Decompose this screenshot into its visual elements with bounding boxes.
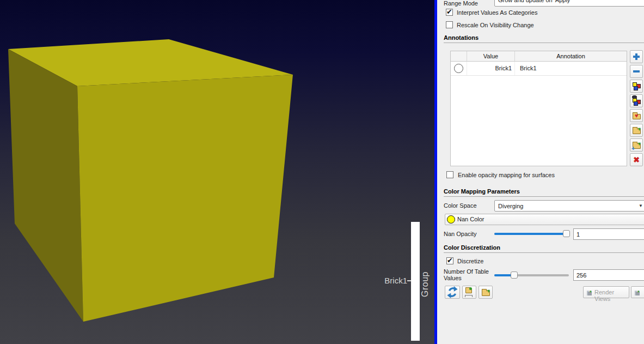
color-space-value: Diverging [498, 203, 523, 209]
annotation-value-cell[interactable]: Brick1 [467, 62, 515, 75]
color-map-editor-panel: Range Mode Grow and update on 'Apply' In… [437, 0, 644, 344]
annotation-text-cell[interactable]: Brick1 [515, 62, 627, 75]
nan-opacity-input[interactable] [573, 228, 644, 240]
range-mode-value: Grow and update on 'Apply' [498, 0, 571, 3]
save-as-default-button[interactable] [462, 286, 476, 299]
render-views-extra-button[interactable]: ▲ [631, 286, 644, 298]
add-active-values-button[interactable] [630, 80, 643, 93]
opacity-mapping-label: Enable opacity mapping for surfaces [458, 172, 555, 178]
rescale-visibility-label: Rescale On Visibility Change [457, 22, 534, 28]
color-space-combobox[interactable]: Diverging ▼ [494, 200, 644, 212]
nan-color-button[interactable]: Nan Color [445, 214, 644, 225]
annotation-color-swatch[interactable] [454, 64, 463, 73]
checkbox-checked-icon [446, 9, 453, 16]
delete-all-annotations-button[interactable]: ✖ [630, 153, 643, 166]
annotations-heading: Annotations [444, 34, 644, 43]
add-visible-values-button[interactable] [630, 94, 643, 107]
range-mode-label: Range Mode [444, 0, 478, 7]
slider-handle[interactable] [563, 230, 570, 237]
nan-color-label: Nan Color [457, 216, 484, 222]
scalar-bar-annotation-label: Brick1 [359, 276, 407, 285]
annotation-tick [407, 280, 411, 281]
restore-defaults-icon [445, 286, 459, 298]
annotation-favorites-button[interactable]: ♥ [630, 109, 643, 122]
render-viewport[interactable]: Group Brick1 [0, 0, 434, 344]
table-values-input[interactable] [573, 269, 644, 281]
color-column-header [451, 51, 467, 61]
table-row[interactable]: Brick1 Brick1 [451, 62, 627, 76]
render-views-button[interactable]: ▲ Render Views [583, 286, 629, 298]
cube-left-face [8, 49, 83, 322]
save-annotations-button[interactable]: ▼ + [630, 138, 643, 152]
checkbox-unchecked-icon [446, 21, 453, 28]
nan-color-swatch-icon [447, 215, 455, 224]
cube-front-face [77, 75, 293, 322]
scalar-bar-title: Group [420, 267, 431, 297]
remove-annotation-button[interactable] [630, 65, 643, 78]
load-preset-button[interactable]: ▼ [479, 286, 493, 299]
color-discretization-heading: Color Discretization [444, 244, 644, 253]
slider-handle[interactable] [511, 271, 518, 279]
minus-icon [633, 70, 640, 73]
annotations-table[interactable]: Value Annotation Brick1 Brick1 [450, 51, 627, 166]
cube-3d-model[interactable] [0, 0, 434, 344]
render-views-label: Render Views [594, 289, 629, 302]
table-values-label: Number Of Table Values [444, 268, 494, 281]
load-annotations-button[interactable]: ▼ [630, 124, 643, 137]
paraview-window: Group Brick1 Range Mode Grow and update … [0, 0, 644, 344]
add-annotation-button[interactable] [630, 50, 643, 63]
color-mapping-heading: Color Mapping Parameters [444, 188, 644, 197]
restore-defaults-button[interactable] [445, 286, 460, 299]
range-mode-combobox[interactable]: Grow and update on 'Apply' [494, 0, 644, 7]
annotations-table-header: Value Annotation [451, 51, 627, 62]
red-x-icon: ✖ [630, 154, 642, 166]
nan-opacity-label: Nan Opacity [444, 231, 477, 237]
nan-opacity-slider[interactable] [494, 230, 570, 237]
value-column-header: Value [467, 51, 515, 61]
checkbox-checked-icon [446, 257, 453, 264]
chevron-down-icon: ▼ [639, 201, 643, 212]
table-values-slider[interactable] [494, 271, 569, 279]
annotation-column-header: Annotation [515, 51, 627, 61]
interpret-values-label: Interpret Values As Categories [457, 9, 537, 16]
color-space-label: Color Space [444, 202, 477, 209]
scalar-color-bar[interactable] [411, 222, 420, 341]
checkbox-unchecked-icon [446, 171, 453, 178]
discretize-label: Discretize [457, 258, 483, 264]
